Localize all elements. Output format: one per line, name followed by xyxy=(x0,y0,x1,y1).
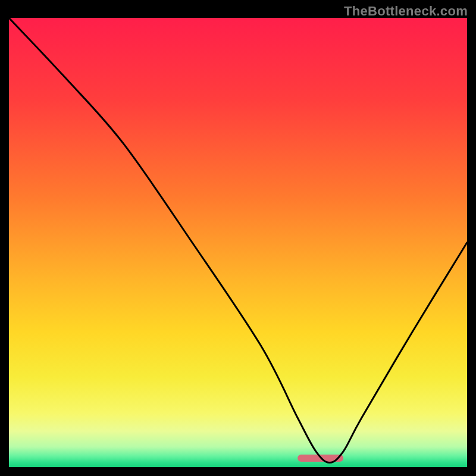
watermark-text: TheBottleneck.com xyxy=(344,4,468,19)
gradient-background xyxy=(9,18,467,467)
chart-frame: TheBottleneck.com xyxy=(0,0,476,476)
plot-area xyxy=(9,18,467,467)
bottleneck-chart xyxy=(9,18,467,467)
